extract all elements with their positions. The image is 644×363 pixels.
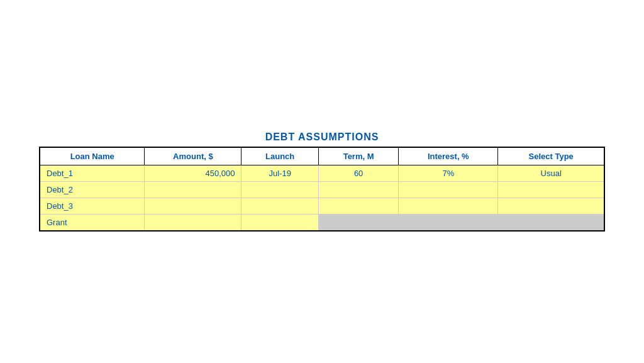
cell-select-type[interactable]: [498, 182, 604, 198]
col-header-loan-name: Loan Name: [40, 147, 145, 165]
cell-launch[interactable]: [242, 198, 319, 215]
cell-loan-name[interactable]: Debt_2: [40, 182, 145, 198]
table-row: Debt_2: [40, 182, 604, 198]
col-header-select-type: Select Type: [498, 147, 604, 165]
cell-launch[interactable]: [242, 215, 319, 232]
cell-amount[interactable]: 450,000: [145, 165, 242, 182]
main-container: DEBT ASSUMPTIONS Loan Name Amount, $ Lau…: [39, 131, 605, 232]
cell-amount[interactable]: [145, 198, 242, 215]
cell-interest[interactable]: [399, 198, 498, 215]
cell-interest: [399, 215, 498, 232]
cell-select-type: [498, 215, 604, 232]
cell-launch[interactable]: Jul-19: [242, 165, 319, 182]
table-row: Debt_1450,000Jul-19607%Usual: [40, 165, 604, 182]
cell-select-type[interactable]: [498, 198, 604, 215]
cell-term[interactable]: [318, 198, 398, 215]
table-title: DEBT ASSUMPTIONS: [265, 131, 379, 143]
cell-term[interactable]: 60: [318, 165, 398, 182]
cell-loan-name[interactable]: Grant: [40, 215, 145, 232]
cell-amount[interactable]: [145, 182, 242, 198]
cell-launch[interactable]: [242, 182, 319, 198]
debt-table: Loan Name Amount, $ Launch Term, M Inter…: [39, 147, 605, 232]
col-header-amount: Amount, $: [145, 147, 242, 165]
table-row: Debt_3: [40, 198, 604, 215]
cell-select-type[interactable]: Usual: [498, 165, 604, 182]
col-header-launch: Launch: [242, 147, 319, 165]
col-header-term: Term, M: [318, 147, 398, 165]
col-header-interest: Interest, %: [399, 147, 498, 165]
cell-amount[interactable]: [145, 215, 242, 232]
cell-loan-name[interactable]: Debt_1: [40, 165, 145, 182]
cell-term: [318, 215, 398, 232]
cell-interest[interactable]: [399, 182, 498, 198]
table-body: Debt_1450,000Jul-19607%UsualDebt_2Debt_3…: [40, 165, 604, 232]
table-row: Grant: [40, 215, 604, 232]
cell-interest[interactable]: 7%: [399, 165, 498, 182]
table-header-row: Loan Name Amount, $ Launch Term, M Inter…: [40, 147, 604, 165]
cell-term[interactable]: [318, 182, 398, 198]
cell-loan-name[interactable]: Debt_3: [40, 198, 145, 215]
